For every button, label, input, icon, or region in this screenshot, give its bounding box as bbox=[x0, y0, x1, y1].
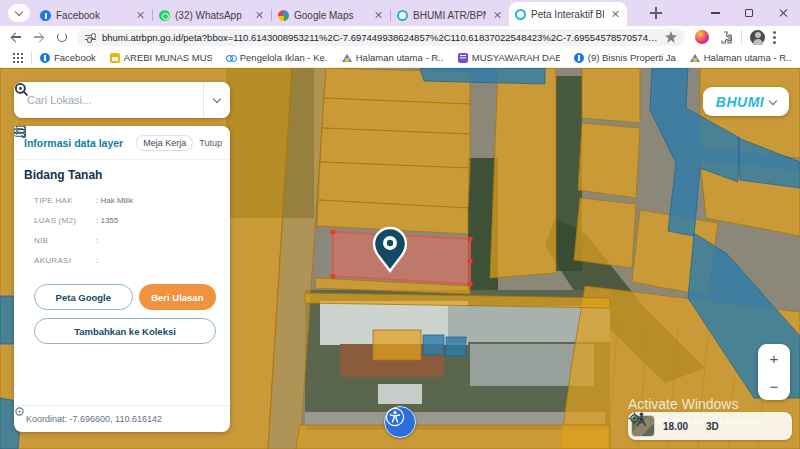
bookmark-label: AREBI MUNAS MUS... bbox=[124, 52, 212, 63]
map-area: Activate Windows Go to Settings to activ… bbox=[0, 68, 800, 449]
document-icon bbox=[458, 53, 468, 63]
field-row: NIB : bbox=[34, 236, 220, 245]
bookmark-facebook[interactable]: Facebook bbox=[40, 52, 96, 63]
toolbar-divider bbox=[741, 30, 742, 44]
meta-icon bbox=[226, 53, 236, 63]
tambahkan-ke-koleksi-button[interactable]: Tambahkan ke Koleksi bbox=[34, 318, 216, 344]
new-tab-button[interactable] bbox=[648, 5, 664, 21]
advanced-search-icon bbox=[14, 82, 29, 97]
section-header: Bidang Tanah bbox=[14, 160, 230, 182]
mode-3d-button[interactable]: 3D bbox=[706, 421, 719, 432]
action-buttons: Peta Google Beri Ulasan bbox=[14, 276, 230, 310]
close-window-button[interactable] bbox=[766, 0, 800, 26]
profile-avatar[interactable] bbox=[750, 30, 765, 45]
bookmark-pengelola-iklan[interactable]: Pengelola Iklan - Ke... bbox=[226, 52, 328, 63]
coordinate-bar: Koordinat: -7.696600, 110.616142 bbox=[14, 405, 230, 432]
site-settings-icon[interactable] bbox=[85, 33, 96, 42]
field-row: TIPE HAK : Hak Milik bbox=[34, 196, 220, 205]
tab-strip: Facebook (32) WhatsApp Google Maps BHUMI… bbox=[0, 0, 800, 26]
tab-bhumi[interactable]: BHUMI ATR/BPN bbox=[391, 4, 509, 26]
peta-google-button[interactable]: Peta Google bbox=[34, 284, 133, 310]
bhumi-favicon bbox=[515, 9, 526, 20]
tutup-close-button[interactable]: Tutup bbox=[199, 138, 222, 148]
browser-window: { "browser": { "tabs": [ { "label": "Fac… bbox=[0, 0, 800, 449]
maximize-button[interactable] bbox=[732, 0, 766, 26]
section-title: Bidang Tanah bbox=[24, 168, 220, 182]
field-value: : Hak Milik bbox=[96, 196, 133, 205]
bookmark-halaman-utama[interactable]: Halaman utama - R... bbox=[342, 52, 444, 63]
bhumi-logo: BHUMI bbox=[716, 94, 764, 110]
arebi-icon bbox=[110, 53, 120, 63]
tab-close-icon[interactable] bbox=[609, 8, 621, 20]
meja-kerja-label: Meja Kerja bbox=[143, 138, 186, 148]
bookmark-musyawarah[interactable]: MUSYAWARAH DAE... bbox=[458, 52, 560, 63]
zoom-controls: + − bbox=[758, 344, 790, 400]
facebook-icon bbox=[40, 53, 50, 63]
bhumi-brand-button[interactable]: BHUMI bbox=[703, 87, 789, 116]
field-label: NIB bbox=[34, 236, 96, 245]
chevron-down-icon bbox=[15, 8, 23, 16]
compass-figure-icon[interactable] bbox=[636, 412, 647, 427]
meja-kerja-button[interactable]: Meja Kerja bbox=[136, 135, 193, 151]
accessibility-person-icon bbox=[385, 407, 405, 427]
review-list-icon bbox=[14, 126, 24, 136]
maximize-icon bbox=[745, 9, 753, 17]
tab-label: Peta Interaktif BHUMI ATR/I bbox=[531, 9, 604, 20]
close-icon bbox=[778, 8, 788, 18]
apps-grid-icon[interactable] bbox=[12, 52, 23, 63]
tab-close-icon[interactable] bbox=[253, 9, 265, 21]
address-bar[interactable]: bhumi.atrbpn.go.id/peta?bbox=110.6143008… bbox=[77, 29, 685, 46]
bookmarks-divider bbox=[31, 52, 32, 64]
bookmark-halaman-utama-2[interactable]: Halaman utama - R... bbox=[690, 52, 792, 63]
browser-menu-icon[interactable] bbox=[773, 31, 776, 44]
coordinate-text: Koordinat: -7.696600, 110.616142 bbox=[26, 414, 162, 424]
tab-close-icon[interactable] bbox=[134, 9, 146, 21]
minimize-icon bbox=[711, 12, 720, 13]
bookmark-arebi[interactable]: AREBI MUNAS MUS... bbox=[110, 52, 212, 63]
minimize-button[interactable] bbox=[698, 0, 732, 26]
tutup-label: Tutup bbox=[199, 138, 222, 148]
tab-close-icon[interactable] bbox=[491, 9, 503, 21]
tab-close-icon[interactable] bbox=[372, 9, 384, 21]
whatsapp-favicon bbox=[159, 10, 170, 21]
field-label: TIPE HAK bbox=[34, 196, 96, 205]
map-status-bar: 18.00 3D bbox=[628, 412, 792, 440]
reload-button[interactable] bbox=[55, 30, 69, 44]
field-value: : bbox=[96, 256, 98, 265]
accessibility-button[interactable] bbox=[384, 406, 416, 438]
search-input[interactable] bbox=[14, 94, 197, 106]
crosshair-icon bbox=[14, 406, 25, 417]
bookmark-label: Pengelola Iklan - Ke... bbox=[240, 52, 328, 63]
advanced-search-button[interactable] bbox=[204, 98, 230, 102]
attribute-fields: TIPE HAK : Hak Milik LUAS (M2) : 1355 NI… bbox=[14, 182, 230, 265]
chevron-down-icon bbox=[213, 95, 221, 103]
beri-ulasan-button[interactable]: Beri Ulasan bbox=[139, 284, 216, 310]
bookmark-star-icon[interactable] bbox=[665, 31, 677, 43]
panel-title: Informasi data layer bbox=[24, 137, 136, 149]
zoom-out-button[interactable]: − bbox=[758, 372, 790, 400]
tab-whatsapp[interactable]: (32) WhatsApp bbox=[153, 4, 271, 26]
forward-button[interactable] bbox=[32, 30, 46, 44]
bookmark-bisnis-properti[interactable]: (9) Bisnis Properti Ja... bbox=[574, 52, 676, 63]
field-row: LUAS (M2) : 1355 bbox=[34, 216, 220, 225]
extensions-puzzle-icon[interactable] bbox=[719, 31, 732, 44]
back-button[interactable] bbox=[9, 30, 23, 44]
location-search-card bbox=[14, 82, 230, 118]
bookmark-label: MUSYAWARAH DAE... bbox=[472, 52, 560, 63]
tab-label: Facebook bbox=[56, 10, 129, 21]
tab-peta-interaktif-active[interactable]: Peta Interaktif BHUMI ATR/I bbox=[509, 2, 627, 26]
bhumi-favicon bbox=[397, 10, 408, 21]
url-text[interactable]: bhumi.atrbpn.go.id/peta?bbox=110.6143008… bbox=[102, 32, 659, 43]
zoom-in-button[interactable]: + bbox=[758, 344, 790, 372]
extension-icon[interactable] bbox=[695, 30, 709, 44]
bookmark-label: Facebook bbox=[54, 52, 96, 63]
tab-google-maps[interactable]: Google Maps bbox=[272, 4, 390, 26]
panel-header: Informasi data layer Meja Kerja Tutup bbox=[14, 126, 230, 160]
bookmarks-bar: Facebook AREBI MUNAS MUS... Pengelola Ik… bbox=[0, 48, 800, 68]
chevron-down-icon bbox=[769, 96, 777, 104]
tambahkan-label: Tambahkan ke Koleksi bbox=[74, 326, 176, 337]
tab-facebook[interactable]: Facebook bbox=[34, 4, 152, 26]
field-value: : 1355 bbox=[96, 216, 118, 225]
tab-search-button[interactable] bbox=[8, 4, 30, 22]
bookmark-label: Halaman utama - R... bbox=[356, 52, 444, 63]
